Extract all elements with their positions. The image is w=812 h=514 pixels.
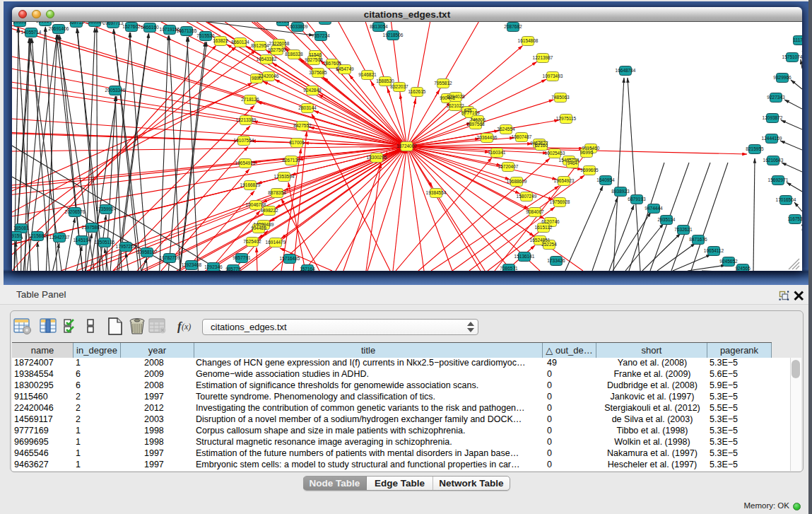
svg-text:7515526: 7515526 xyxy=(196,33,215,38)
svg-text:8427552: 8427552 xyxy=(293,123,312,128)
svg-text:8660124: 8660124 xyxy=(231,40,249,45)
svg-text:6794028: 6794028 xyxy=(447,94,465,99)
svg-text:9327509: 9327509 xyxy=(268,47,286,52)
svg-text:7357224: 7357224 xyxy=(312,33,330,38)
svg-text:20697713: 20697713 xyxy=(103,22,124,25)
svg-text:16210643: 16210643 xyxy=(763,158,784,163)
svg-text:4498222: 4498222 xyxy=(260,208,278,213)
svg-text:9146821: 9146821 xyxy=(358,72,377,77)
svg-text:12444159: 12444159 xyxy=(762,136,782,141)
svg-text:15136141: 15136141 xyxy=(514,254,535,259)
svg-text:8813054: 8813054 xyxy=(370,24,388,29)
svg-text:20395: 20395 xyxy=(13,22,26,24)
svg-text:10107554: 10107554 xyxy=(234,138,254,143)
svg-text:10958107: 10958107 xyxy=(137,250,158,255)
svg-text:18724007: 18724007 xyxy=(396,144,417,148)
svg-text:8267130: 8267130 xyxy=(282,158,300,163)
svg-text:7485063: 7485063 xyxy=(551,95,570,100)
svg-text:9227343: 9227343 xyxy=(767,95,785,100)
svg-text:15807249: 15807249 xyxy=(517,194,537,199)
svg-text:6879193: 6879193 xyxy=(628,197,646,201)
svg-text:8912954: 8912954 xyxy=(251,43,269,48)
svg-text:1615112: 1615112 xyxy=(535,225,553,230)
svg-text:17359924: 17359924 xyxy=(96,206,117,211)
svg-text:19218506: 19218506 xyxy=(383,33,404,37)
svg-text:1292346: 1292346 xyxy=(204,264,223,269)
svg-text:11175: 11175 xyxy=(793,37,802,42)
svg-text:9329966: 9329966 xyxy=(773,75,792,80)
svg-text:9084067: 9084067 xyxy=(526,209,544,214)
svg-text:10025453: 10025453 xyxy=(545,151,565,156)
svg-text:12093872: 12093872 xyxy=(763,115,783,120)
svg-text:9242848: 9242848 xyxy=(303,88,322,93)
svg-text:23975867: 23975867 xyxy=(82,225,102,230)
svg-text:8454749: 8454749 xyxy=(336,66,354,71)
svg-text:9699695: 9699695 xyxy=(580,168,599,173)
svg-text:2867608: 2867608 xyxy=(323,61,341,66)
svg-text:7086571: 7086571 xyxy=(500,266,518,271)
svg-text:15716485: 15716485 xyxy=(280,256,300,261)
svg-text:10807487: 10807487 xyxy=(512,134,532,139)
svg-text:10654112: 10654112 xyxy=(704,248,724,253)
svg-text:8938923: 8938923 xyxy=(611,189,630,194)
svg-text:817006: 817006 xyxy=(289,140,305,145)
svg-text:19166829: 19166829 xyxy=(240,182,261,187)
svg-text:12942737: 12942737 xyxy=(49,235,70,240)
svg-text:16648784: 16648784 xyxy=(616,68,636,73)
svg-text:9890: 9890 xyxy=(252,76,262,81)
svg-text:8186328: 8186328 xyxy=(285,52,303,57)
svg-text:1215682: 1215682 xyxy=(28,233,47,238)
svg-text:12213987: 12213987 xyxy=(533,55,553,60)
svg-text:19756928: 19756928 xyxy=(550,199,570,204)
svg-text:16154808: 16154808 xyxy=(518,38,539,43)
svg-text:7955812: 7955812 xyxy=(434,81,452,86)
svg-text:17957255: 17957255 xyxy=(116,244,136,249)
svg-text:8471676: 8471676 xyxy=(689,237,707,242)
svg-text:15751074: 15751074 xyxy=(782,54,802,59)
svg-text:10973493: 10973493 xyxy=(543,74,563,78)
svg-text:252254: 252254 xyxy=(541,242,557,247)
svg-text:2935114: 2935114 xyxy=(658,217,676,222)
svg-text:16914479: 16914479 xyxy=(266,240,286,245)
svg-text:11546: 11546 xyxy=(309,52,322,57)
svg-text:6120746: 6120746 xyxy=(541,219,560,224)
svg-text:1160341: 1160341 xyxy=(488,150,506,155)
svg-text:3375685: 3375685 xyxy=(309,70,327,75)
svg-text:9464: 9464 xyxy=(567,160,578,165)
svg-text:116753: 116753 xyxy=(787,216,802,221)
svg-text:10046788: 10046788 xyxy=(246,202,266,207)
svg-text:1527602: 1527602 xyxy=(122,24,141,29)
svg-text:20691406: 20691406 xyxy=(49,26,69,31)
svg-text:19654923: 19654923 xyxy=(554,178,575,183)
svg-text:12505135: 12505135 xyxy=(95,240,115,245)
svg-text:12975115: 12975115 xyxy=(556,116,577,121)
svg-text:6466160: 6466160 xyxy=(141,25,159,30)
svg-text:19384554: 19384554 xyxy=(426,190,447,195)
svg-text:994489: 994489 xyxy=(251,226,266,230)
svg-text:8878354: 8878354 xyxy=(268,190,286,195)
svg-text:8215955: 8215955 xyxy=(746,146,764,151)
svg-text:385081: 385081 xyxy=(13,226,29,230)
svg-text:2087682: 2087682 xyxy=(504,24,522,29)
svg-text:2099140: 2099140 xyxy=(36,22,54,23)
svg-text:6897568: 6897568 xyxy=(466,122,485,127)
svg-text:985779: 985779 xyxy=(225,267,241,271)
svg-text:12213389: 12213389 xyxy=(236,117,257,122)
svg-text:(x): (x) xyxy=(182,322,191,332)
svg-text:1065326: 1065326 xyxy=(86,22,104,24)
svg-text:2718126: 2718126 xyxy=(241,97,259,102)
svg-text:15720407: 15720407 xyxy=(498,164,519,169)
svg-text:1145194: 1145194 xyxy=(73,238,91,243)
svg-text:17016504: 17016504 xyxy=(776,197,796,202)
svg-text:9327508: 9327508 xyxy=(305,57,323,62)
svg-text:2803144: 2803144 xyxy=(298,105,317,110)
svg-text:157164: 157164 xyxy=(300,267,315,271)
svg-text:7632621: 7632621 xyxy=(674,227,693,232)
svg-text:11923468: 11923468 xyxy=(182,262,202,267)
svg-text:9857791: 9857791 xyxy=(233,255,251,260)
svg-text:9777169: 9777169 xyxy=(461,110,480,115)
svg-text:16782759: 16782759 xyxy=(160,255,180,260)
svg-text:16033: 16033 xyxy=(276,22,289,23)
svg-text:16671355: 16671355 xyxy=(177,28,197,33)
svg-text:163822: 163822 xyxy=(213,38,228,43)
